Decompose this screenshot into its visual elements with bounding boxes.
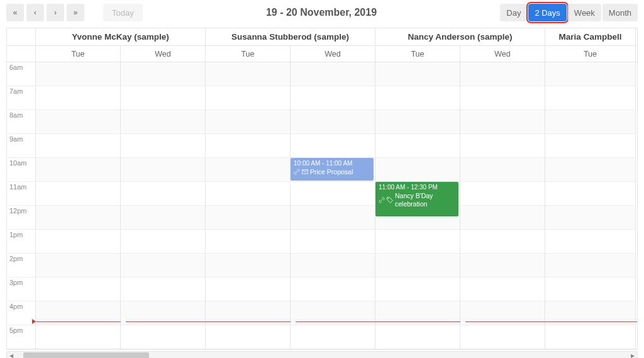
grid-cell[interactable]	[375, 301, 460, 325]
grid-cell[interactable]	[375, 277, 460, 301]
grid-cell[interactable]	[36, 230, 120, 254]
grid-cell[interactable]	[121, 254, 205, 277]
grid-cell[interactable]	[121, 206, 205, 230]
grid-cell[interactable]	[460, 254, 545, 277]
grid-cell[interactable]	[291, 134, 375, 158]
grid-cell[interactable]	[291, 325, 375, 349]
grid-cell[interactable]	[375, 62, 460, 86]
grid-column[interactable]: 10:00 AM - 11:00 AMPrice Proposal	[291, 62, 375, 349]
grid-cell[interactable]	[36, 254, 120, 277]
grid-cell[interactable]	[545, 206, 635, 230]
grid-cell[interactable]	[36, 182, 120, 206]
grid-cell[interactable]	[291, 182, 375, 206]
grid-cell[interactable]	[36, 277, 120, 301]
view-button-day[interactable]: Day	[500, 4, 527, 21]
grid-cell[interactable]	[291, 62, 375, 86]
grid-cell[interactable]	[121, 325, 205, 349]
grid-cell[interactable]	[206, 301, 290, 325]
grid-cell[interactable]	[36, 134, 120, 158]
grid-cell[interactable]	[206, 325, 290, 349]
grid-cell[interactable]	[460, 277, 545, 301]
nav-prev-button[interactable]: ‹	[26, 4, 44, 21]
grid-cell[interactable]	[545, 254, 635, 277]
grid-column[interactable]: 11:00 AM - 12:30 PMNancy B'Day celebrati…	[375, 62, 460, 349]
view-button-2-days[interactable]: 2 Days	[528, 4, 566, 21]
grid-cell[interactable]	[545, 301, 635, 325]
grid-cell[interactable]	[460, 62, 545, 86]
grid-cell[interactable]	[545, 230, 635, 254]
grid-cell[interactable]	[460, 325, 545, 349]
grid-cell[interactable]	[121, 182, 205, 206]
grid-cell[interactable]	[206, 158, 290, 182]
scrollbar-thumb[interactable]	[23, 352, 149, 358]
grid-cell[interactable]	[291, 206, 375, 230]
grid-cell[interactable]	[545, 182, 635, 206]
grid-column[interactable]	[36, 62, 121, 349]
grid-cell[interactable]	[291, 277, 375, 301]
grid-cell[interactable]	[375, 325, 460, 349]
scroll-left-arrow-icon[interactable]: ◀	[7, 352, 16, 358]
grid-cell[interactable]	[121, 134, 205, 158]
grid-cell[interactable]	[460, 86, 545, 110]
grid-cell[interactable]	[460, 158, 545, 182]
grid-cell[interactable]	[121, 110, 205, 134]
grid-cell[interactable]	[291, 230, 375, 254]
nav-last-button[interactable]: »	[67, 4, 84, 21]
grid-cell[interactable]	[545, 62, 635, 86]
grid-cell[interactable]	[545, 277, 635, 301]
grid-cell[interactable]	[460, 230, 545, 254]
grid-cell[interactable]	[121, 301, 205, 325]
nav-next-button[interactable]: ›	[47, 4, 64, 21]
grid-cell[interactable]	[291, 301, 375, 325]
grid-cell[interactable]	[121, 277, 205, 301]
view-button-month[interactable]: Month	[602, 4, 638, 21]
grid-cell[interactable]	[206, 110, 290, 134]
calendar-event[interactable]: 10:00 AM - 11:00 AMPrice Proposal	[291, 158, 374, 181]
grid-cell[interactable]	[36, 325, 120, 349]
grid-cell[interactable]	[291, 86, 375, 110]
grid-cell[interactable]	[206, 86, 290, 110]
calendar-event[interactable]: 11:00 AM - 12:30 PMNancy B'Day celebrati…	[375, 182, 458, 216]
grid-cell[interactable]	[460, 206, 545, 230]
horizontal-scrollbar[interactable]: ◀ ▶	[6, 351, 638, 358]
grid-cell[interactable]	[460, 301, 545, 325]
grid-cell[interactable]	[545, 325, 635, 349]
grid-cell[interactable]	[206, 62, 290, 86]
grid-cell[interactable]	[36, 62, 120, 86]
view-button-week[interactable]: Week	[568, 4, 601, 21]
grid-cell[interactable]	[36, 158, 120, 182]
grid-cell[interactable]	[36, 206, 120, 230]
grid-cell[interactable]	[460, 110, 545, 134]
grid-cell[interactable]	[36, 301, 120, 325]
grid-cell[interactable]	[206, 254, 290, 277]
grid-cell[interactable]	[121, 158, 205, 182]
grid-cell[interactable]	[375, 158, 460, 182]
grid-column[interactable]	[545, 62, 636, 349]
grid-cell[interactable]	[375, 230, 460, 254]
grid-cell[interactable]	[291, 110, 375, 134]
grid-cell[interactable]	[375, 254, 460, 277]
grid-cell[interactable]	[460, 182, 545, 206]
nav-first-button[interactable]: «	[6, 4, 24, 21]
grid-cell[interactable]	[121, 86, 205, 110]
grid-cell[interactable]	[375, 86, 460, 110]
grid-cell[interactable]	[545, 134, 635, 158]
grid-cell[interactable]	[545, 158, 635, 182]
grid-column[interactable]	[460, 62, 545, 349]
grid-cell[interactable]	[206, 206, 290, 230]
grid-cell[interactable]	[36, 86, 120, 110]
grid-cell[interactable]	[206, 277, 290, 301]
grid-cell[interactable]	[36, 110, 120, 134]
grid-cell[interactable]	[545, 110, 635, 134]
grid-cell[interactable]	[545, 86, 635, 110]
grid-column[interactable]	[206, 62, 291, 349]
today-button[interactable]: Today	[103, 4, 143, 21]
grid-cell[interactable]	[206, 230, 290, 254]
grid-cell[interactable]	[121, 230, 205, 254]
grid-cell[interactable]	[375, 134, 460, 158]
grid-cell[interactable]	[375, 110, 460, 134]
scroll-right-arrow-icon[interactable]: ▶	[628, 352, 637, 358]
calendar-grid[interactable]: 6am7am8am9am10am11am12pm1pm2pm3pm4pm5pm …	[7, 62, 637, 349]
grid-cell[interactable]	[460, 134, 545, 158]
grid-cell[interactable]	[291, 254, 375, 277]
